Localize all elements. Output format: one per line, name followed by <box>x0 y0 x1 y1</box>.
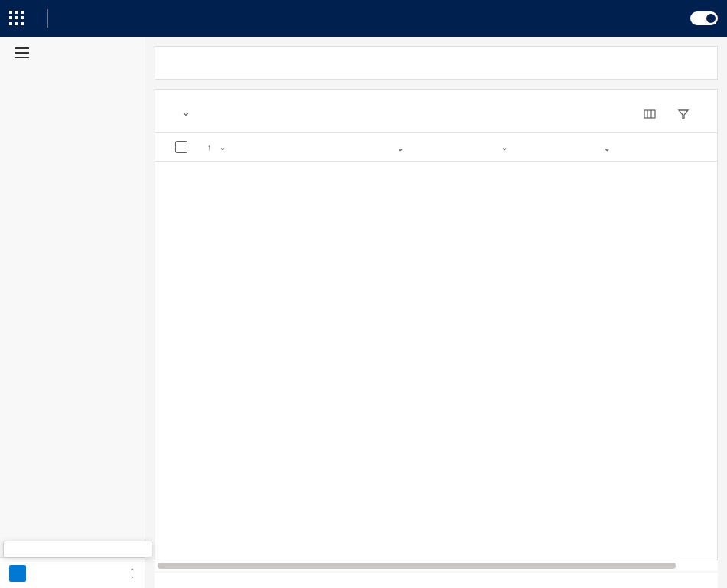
edit-columns-button[interactable] <box>636 103 670 125</box>
data-grid: ↑⌄ ⌄ ⌄ ⌄ <box>155 132 717 560</box>
column-parent[interactable]: ⌄ <box>394 141 494 153</box>
change-area-popup <box>3 541 152 557</box>
column-owner[interactable]: ⌄ <box>494 141 601 153</box>
hamburger-button[interactable] <box>0 37 145 64</box>
select-all-checkbox[interactable] <box>175 141 187 153</box>
new-look-toggle[interactable] <box>683 11 718 25</box>
row-count <box>155 573 718 588</box>
command-bar <box>155 46 718 80</box>
view-panel: ↑⌄ ⌄ ⌄ ⌄ <box>155 89 718 560</box>
header-divider <box>47 9 48 28</box>
grid-header-row: ↑⌄ ⌄ ⌄ ⌄ <box>155 132 717 162</box>
sidebar: ⌃⌄ <box>0 37 145 588</box>
waffle-icon[interactable] <box>9 11 24 26</box>
column-created[interactable]: ⌄ <box>601 141 697 153</box>
change-area-title <box>4 541 152 557</box>
horizontal-scrollbar[interactable] <box>155 560 718 571</box>
area-badge <box>9 565 26 582</box>
top-header <box>0 0 727 37</box>
area-switcher[interactable]: ⌃⌄ <box>0 557 145 588</box>
toggle-switch[interactable] <box>690 11 718 25</box>
view-title[interactable] <box>175 109 191 119</box>
svg-rect-0 <box>644 110 655 118</box>
filter-icon <box>677 108 690 120</box>
main-pane: ↑⌄ ⌄ ⌄ ⌄ <box>145 37 727 588</box>
column-name[interactable]: ↑⌄ <box>203 141 394 153</box>
updown-icon: ⌃⌄ <box>129 569 135 578</box>
filter-button[interactable] <box>670 103 697 125</box>
chevron-down-icon <box>181 109 191 119</box>
columns-icon <box>644 108 656 120</box>
